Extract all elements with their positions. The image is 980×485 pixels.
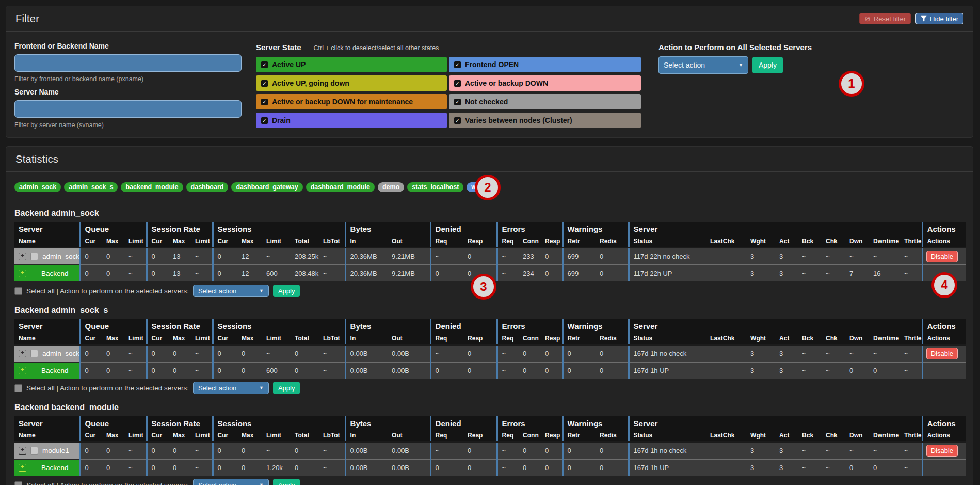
state-toggle-drain[interactable]: ✓Drain: [256, 113, 447, 128]
cell-total: 0: [291, 362, 319, 379]
column-retr: Retr: [563, 236, 596, 248]
reset-filter-button[interactable]: ⊘ Reset filter: [859, 13, 911, 24]
backend-tag-dashboard[interactable]: dashboard: [186, 182, 229, 192]
column-group-errors: Errors: [497, 416, 563, 430]
state-toggle-active-or-backup-down-for-maintenance[interactable]: ✓Active or backup DOWN for maintenance: [256, 94, 447, 109]
checkbox-checked-icon: ✓: [454, 117, 461, 124]
column-group-queue: Queue: [80, 222, 147, 236]
disable-button[interactable]: Disable: [926, 348, 958, 359]
expand-row-icon[interactable]: +: [19, 350, 26, 357]
backend-tag-stats-localhost[interactable]: stats_localhost: [407, 182, 463, 192]
server-name-label: admin_sock2: [42, 350, 80, 357]
cell-retr: 0: [563, 345, 596, 363]
svname-input[interactable]: [14, 100, 242, 118]
select-all-checkbox[interactable]: [14, 384, 22, 392]
cell-chk: ~: [822, 265, 845, 281]
column-actions: Actions: [922, 333, 966, 345]
table-apply-button[interactable]: Apply: [273, 382, 300, 394]
cell-redis: 0: [596, 248, 629, 265]
cell-redis: 0: [596, 442, 629, 460]
column-group-denied: Denied: [430, 416, 497, 430]
disable-button[interactable]: Disable: [926, 251, 958, 262]
column-chk: Chk: [822, 236, 845, 248]
cell-conn: 0: [519, 345, 541, 363]
stats-table: ServerQueueSession RateSessionsBytesDeni…: [14, 416, 966, 476]
column-group-queue: Queue: [80, 416, 147, 430]
cell-dwntime: 0: [869, 362, 900, 379]
column-group-bytes: Bytes: [345, 416, 430, 430]
select-all-checkbox[interactable]: [14, 481, 22, 485]
cell-redis: 0: [596, 345, 629, 363]
cell-bck: ~: [798, 442, 822, 460]
state-toggle-not-checked[interactable]: ✓Not checked: [449, 94, 641, 109]
cell-limit: 600: [262, 362, 291, 379]
backend-tag-demo[interactable]: demo: [378, 182, 404, 192]
table-row-admin-sock2: +admin_sock200~00~00~0~0.00B0.00B~0~0000…: [14, 345, 966, 363]
expand-row-icon[interactable]: +: [19, 464, 26, 472]
cell-req: ~: [430, 442, 463, 460]
column-name: Name: [14, 430, 80, 442]
state-toggle-varies-between-nodes-cluster[interactable]: ✓Varies between nodes (Cluster): [449, 113, 641, 128]
state-toggle-active-or-backup-down[interactable]: ✓Active or backup DOWN: [449, 75, 641, 91]
cell-lastchk: [706, 345, 746, 363]
pxname-label: Frontend or Backend Name: [14, 42, 242, 50]
cell-cur: 0: [80, 265, 102, 281]
expand-row-icon[interactable]: +: [19, 367, 26, 374]
column-group-session-rate: Session Rate: [147, 222, 213, 236]
column-bck: Bck: [798, 430, 822, 442]
cell-status: 167d 1h no check: [629, 345, 706, 363]
cell-cur: 0: [80, 459, 102, 476]
hide-filter-button[interactable]: Hide filter: [915, 13, 963, 24]
disable-button[interactable]: Disable: [926, 445, 958, 457]
backend-tag-admin-sock-s[interactable]: admin_sock_s: [64, 182, 118, 192]
table-apply-button[interactable]: Apply: [273, 479, 300, 485]
state-toggle-frontend-open[interactable]: ✓Frontend OPEN: [449, 57, 641, 72]
column-limit: Limit: [191, 430, 213, 442]
cell-resp: 0: [463, 362, 497, 379]
state-toggle-active-up[interactable]: ✓Active UP: [256, 57, 447, 72]
cell-wght: 3: [746, 345, 775, 363]
column-req: Req: [497, 333, 519, 345]
expand-row-icon[interactable]: +: [19, 447, 26, 455]
column-resp: Resp: [463, 333, 497, 345]
server-name-label: Backend: [41, 270, 69, 277]
cell-req: ~: [497, 459, 519, 476]
cell-max: 0: [102, 362, 124, 379]
global-apply-button[interactable]: Apply: [752, 57, 783, 73]
cell-max: 0: [237, 362, 262, 379]
column-limit: Limit: [262, 430, 291, 442]
row-checkbox[interactable]: [30, 253, 38, 260]
expand-row-icon[interactable]: +: [19, 270, 26, 277]
row-checkbox[interactable]: [30, 350, 38, 357]
cell-act: 3: [775, 248, 798, 265]
cell-limit: ~: [262, 248, 291, 265]
server-state-head: Server State Ctrl + click to deselect/se…: [256, 43, 641, 52]
column-act: Act: [775, 236, 798, 248]
cell-wght: 3: [746, 442, 775, 460]
cell-max: 12: [237, 265, 262, 281]
state-toggle-active-up-going-down[interactable]: ✓Active UP, going down: [256, 75, 447, 91]
backend-tag-dashboard-gateway[interactable]: dashboard_gateway: [231, 182, 302, 192]
cell-req: ~: [497, 265, 519, 281]
column-group-queue: Queue: [80, 319, 147, 333]
backend-tag-backend-module[interactable]: backend_module: [121, 182, 183, 192]
column-resp: Resp: [463, 430, 497, 442]
backend-tag-dashboard-module[interactable]: dashboard_module: [306, 182, 375, 192]
table-action-select[interactable]: Select action▼: [193, 285, 269, 297]
cell-req: ~: [497, 442, 519, 460]
row-checkbox[interactable]: [30, 447, 38, 455]
expand-row-icon[interactable]: +: [19, 253, 26, 260]
actions-cell: [922, 459, 966, 476]
table-action-select[interactable]: Select action▼: [193, 479, 269, 485]
backend-tag-admin-sock[interactable]: admin_sock: [14, 182, 61, 192]
cell-req: ~: [430, 345, 463, 363]
cell-out: 0.00B: [388, 362, 430, 379]
table-action-select[interactable]: Select action▼: [193, 382, 269, 394]
cell-limit: ~: [191, 265, 213, 281]
table-apply-button[interactable]: Apply: [273, 285, 300, 297]
pxname-input[interactable]: [14, 54, 242, 72]
cell-act: 3: [775, 265, 798, 281]
column-cur: Cur: [80, 236, 102, 248]
select-all-checkbox[interactable]: [14, 287, 22, 295]
global-action-select[interactable]: Select action ▼: [658, 56, 748, 74]
